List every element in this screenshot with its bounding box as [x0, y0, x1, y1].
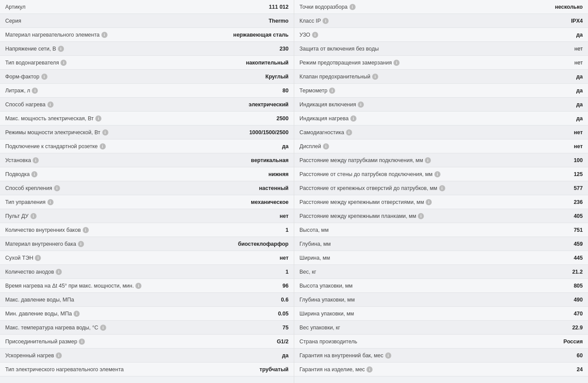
table-row: Количество внутренних баковi1: [0, 223, 294, 237]
info-icon[interactable]: i: [418, 213, 424, 219]
table-row: Ширина упаковки, мм470: [294, 307, 588, 321]
info-icon[interactable]: i: [47, 102, 54, 108]
info-icon[interactable]: i: [35, 255, 41, 261]
info-icon[interactable]: i: [101, 32, 108, 38]
row-value: 751: [574, 227, 583, 233]
row-label: Время нагрева на Δt 45° при макс. мощнос…: [5, 283, 282, 289]
row-value: нет: [575, 46, 583, 52]
row-value: 490: [574, 297, 583, 303]
row-label: Литраж, лi: [5, 88, 282, 94]
row-label: Глубина, мм: [299, 241, 574, 247]
info-icon[interactable]: i: [58, 46, 64, 52]
table-row: УЗОiда: [294, 28, 588, 42]
info-icon[interactable]: i: [434, 171, 440, 177]
info-icon[interactable]: i: [393, 60, 400, 66]
row-label: Материал нагревательного элементаi: [5, 32, 233, 38]
table-row: Страна производительРоссия: [294, 335, 588, 349]
row-value: трубчатый: [259, 366, 289, 373]
row-label: Высота упаковки, мм: [299, 283, 574, 289]
row-label: Расстояние от стены до патрубков подключ…: [299, 171, 574, 177]
row-label: Расстояние между крепежными планками, мм…: [299, 213, 574, 219]
row-value: нижняя: [269, 171, 289, 177]
table-row: Гарантия на изделие, месi24: [294, 363, 588, 376]
row-label: Термометрi: [299, 88, 576, 94]
row-label: Расстояние между патрубками подключения,…: [299, 157, 574, 163]
row-value: 230: [279, 46, 289, 52]
row-value: 459: [574, 241, 583, 247]
row-value: нет: [574, 143, 583, 149]
row-label: Расстояние от крепежных отверстий до пат…: [299, 185, 574, 191]
info-icon[interactable]: i: [56, 352, 62, 359]
table-row: Макс. температура нагрева воды, °Сi75: [0, 321, 294, 335]
info-icon[interactable]: i: [33, 157, 39, 163]
table-row: Самодиагностикаiнет: [294, 125, 588, 139]
info-icon[interactable]: i: [30, 213, 37, 219]
info-icon[interactable]: i: [102, 129, 108, 136]
info-icon[interactable]: i: [385, 352, 391, 359]
info-icon[interactable]: i: [312, 32, 318, 38]
info-icon[interactable]: i: [83, 227, 89, 233]
row-label: Ускоренный нагревi: [5, 352, 282, 359]
info-icon[interactable]: i: [95, 115, 101, 122]
row-value: 445: [574, 255, 583, 261]
row-value: Thermo: [269, 18, 289, 24]
row-label: Высота, мм: [299, 227, 574, 233]
row-label: Расстояние между крепежными отверстиями,…: [299, 199, 574, 205]
info-icon[interactable]: i: [31, 171, 37, 177]
info-icon[interactable]: i: [54, 185, 60, 191]
row-value: 0.6: [281, 297, 289, 303]
table-row: Расстояние между крепежными отверстиями,…: [294, 195, 588, 209]
table-row: Термометрiда: [294, 84, 588, 98]
info-icon[interactable]: i: [41, 74, 47, 80]
row-label: Артикул: [5, 4, 269, 10]
info-icon[interactable]: i: [56, 269, 62, 275]
info-icon[interactable]: i: [323, 18, 329, 24]
left-column: Артикул111 012СерияThermoМатериал нагрев…: [0, 0, 294, 383]
info-icon[interactable]: i: [350, 115, 356, 122]
info-icon[interactable]: i: [346, 129, 352, 136]
info-icon[interactable]: i: [135, 283, 141, 289]
row-value: да: [576, 102, 583, 108]
info-icon[interactable]: i: [366, 366, 373, 373]
table-row: Вес упаковки, кг22.9: [294, 321, 588, 335]
info-icon[interactable]: i: [439, 185, 445, 191]
row-value: да: [576, 115, 583, 122]
row-value: 1: [286, 227, 289, 233]
row-value: вертикальная: [251, 157, 289, 163]
table-row: Ускоренный нагревiда: [0, 349, 294, 363]
row-label: Макс. давление воды, МПа: [5, 297, 281, 303]
info-icon[interactable]: i: [323, 143, 329, 149]
info-icon[interactable]: i: [426, 199, 432, 205]
info-icon[interactable]: i: [47, 199, 54, 205]
info-icon[interactable]: i: [32, 88, 38, 94]
row-label: Ширина, мм: [299, 255, 574, 261]
info-icon[interactable]: i: [100, 325, 106, 331]
row-label: Сухой ТЭНi: [5, 255, 280, 261]
row-value: электрический: [249, 102, 289, 108]
row-value: 21.2: [572, 269, 583, 275]
row-value: да: [576, 32, 583, 38]
table-row: Форм-факторiКруглый: [0, 70, 294, 84]
row-value: 2500: [276, 115, 289, 122]
info-icon[interactable]: i: [78, 241, 84, 247]
row-label: Индикация нагреваi: [299, 115, 576, 122]
table-row: Макс. мощность электрическая, Втi2500: [0, 112, 294, 125]
row-label: Вес упаковки, кг: [299, 325, 572, 331]
info-icon[interactable]: i: [79, 339, 85, 345]
row-value: 1000/1500/2500: [249, 129, 289, 136]
row-label: Способ нагреваi: [5, 102, 249, 108]
row-value: 405: [574, 213, 583, 219]
row-label: Класс IPi: [299, 18, 571, 24]
info-icon[interactable]: i: [329, 88, 335, 94]
info-icon[interactable]: i: [60, 60, 67, 66]
row-value: 111 012: [269, 4, 289, 10]
info-icon[interactable]: i: [372, 74, 378, 80]
info-icon[interactable]: i: [74, 311, 80, 317]
info-icon[interactable]: i: [100, 143, 106, 149]
info-icon[interactable]: i: [358, 102, 364, 108]
table-row: Материал внутреннего бакаiбиостеклофарфо…: [0, 237, 294, 251]
info-icon[interactable]: i: [349, 4, 356, 10]
table-row: Глубина упаковки, мм490: [294, 293, 588, 307]
info-icon[interactable]: i: [425, 157, 431, 163]
row-label: Форм-факторi: [5, 74, 265, 80]
